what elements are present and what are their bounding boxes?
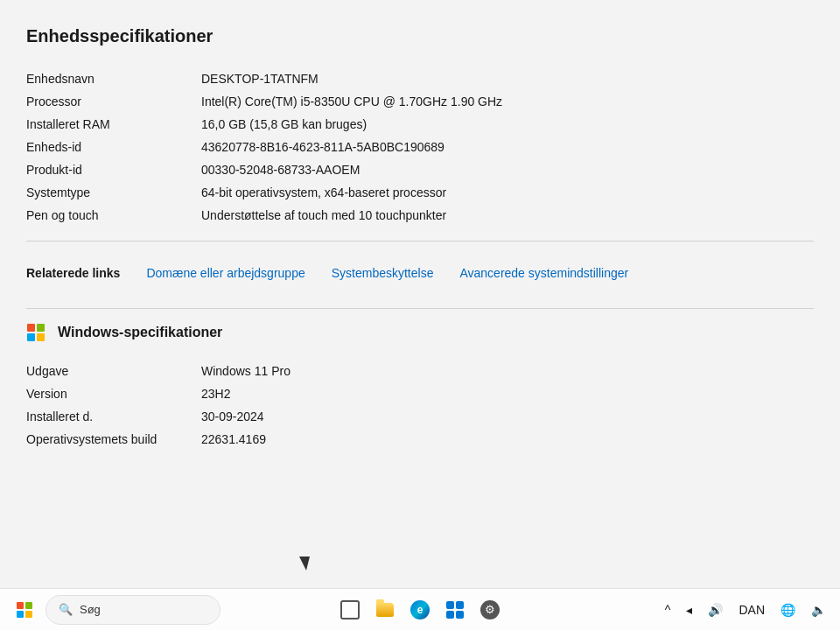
related-link-systembeskyttelse[interactable]: Systembeskyttelse (332, 266, 434, 280)
spec-label-installeret: Installeret d. (26, 410, 201, 424)
tray-globe[interactable]: 🌐 (775, 599, 801, 620)
volume-icon: 🔈 (811, 603, 826, 617)
spec-label-systemtype: Systemtype (26, 186, 201, 200)
spec-value-produkt-id: 00330-52048-68733-AAOEM (201, 163, 814, 177)
taskbar-left: 🔍 Søg (9, 594, 220, 626)
specs-table: Enhedsnavn DESKTOP-1TATNFM Processor Int… (26, 67, 814, 227)
settings-icon: ⚙ (480, 600, 500, 620)
sound-icon: 🔊 (708, 603, 723, 617)
spec-row-enheds-id: Enheds-id 43620778-8B16-4623-811A-5AB0BC… (26, 136, 814, 158)
spec-label-produkt-id: Produkt-id (26, 163, 201, 177)
settings-button[interactable]: ⚙ (474, 594, 506, 626)
spec-label-build: Operativsystemets build (26, 432, 201, 446)
spec-label-pen-og-touch: Pen og touch (26, 208, 201, 222)
spec-value-build: 22631.4169 (201, 432, 814, 446)
edge-icon: e (410, 600, 430, 620)
spec-value-udgave: Windows 11 Pro (201, 364, 814, 378)
main-content: Enhedsspecifikationer Enhedsnavn DESKTOP… (0, 0, 840, 595)
spec-row-version: Version 23H2 (26, 382, 814, 405)
spec-label-udgave: Udgave (26, 364, 201, 378)
spec-value-installeret: 30-09-2024 (201, 410, 814, 424)
spec-row-udgave: Udgave Windows 11 Pro (26, 360, 814, 382)
taskbar-center-icons: e ⚙ (334, 594, 506, 626)
tray-language[interactable]: DAN (733, 599, 770, 620)
file-explorer-button[interactable] (369, 594, 401, 626)
microsoft-store-button[interactable] (439, 594, 471, 626)
related-links-title: Relaterede links (26, 266, 120, 280)
spec-row-systemtype: Systemtype 64-bit operativsystem, x64-ba… (26, 181, 814, 204)
spec-value-processor: Intel(R) Core(TM) i5-8350U CPU @ 1.70GHz… (201, 94, 814, 108)
store-icon (446, 601, 464, 619)
section-divider-2 (26, 308, 814, 309)
spec-value-enheds-id: 43620778-8B16-4623-811A-5AB0BC190689 (201, 140, 814, 154)
windows-section: Windows-specifikationer Udgave Windows 1… (26, 323, 814, 451)
related-link-domain[interactable]: Domæne eller arbejdsgruppe (146, 266, 304, 280)
tray-sound-icon[interactable]: 🔊 (703, 599, 728, 620)
spec-row-installeret: Installeret d. 30-09-2024 (26, 405, 814, 428)
spec-label-ram: Installeret RAM (26, 117, 201, 131)
section-divider-1 (26, 241, 814, 242)
tray-network-icon[interactable]: ◂ (681, 599, 697, 620)
language-label: DAN (738, 603, 765, 617)
task-view-button[interactable] (334, 594, 366, 626)
spec-label-version: Version (26, 387, 201, 401)
spec-row-processor: Processor Intel(R) Core(TM) i5-8350U CPU… (26, 90, 814, 113)
spec-row-build: Operativsystemets build 22631.4169 (26, 428, 814, 451)
search-label: Søg (80, 603, 101, 616)
related-links-container: Relaterede links Domæne eller arbejdsgru… (26, 256, 814, 294)
tray-chevron[interactable]: ^ (660, 599, 676, 620)
system-tray: ^ ◂ 🔊 DAN 🌐 🔈 (660, 599, 831, 620)
spec-value-systemtype: 64-bit operativsystem, x64-baseret proce… (201, 186, 814, 200)
start-button[interactable] (9, 594, 40, 626)
edge-button[interactable]: e (404, 594, 436, 626)
spec-value-enhedsnavn: DESKTOP-1TATNFM (201, 72, 814, 86)
tray-volume[interactable]: 🔈 (806, 599, 831, 620)
spec-label-enheds-id: Enheds-id (26, 140, 201, 154)
search-bar[interactable]: 🔍 Søg (46, 595, 220, 625)
spec-label-processor: Processor (26, 94, 201, 108)
network-icon: ◂ (686, 603, 692, 617)
spec-label-enhedsnavn: Enhedsnavn (26, 72, 201, 86)
spec-row-pen-og-touch: Pen og touch Understøttelse af touch med… (26, 204, 814, 227)
related-link-avancerede[interactable]: Avancerede systemindstillinger (459, 266, 628, 280)
windows-specs-table: Udgave Windows 11 Pro Version 23H2 Insta… (26, 360, 814, 451)
windows-specs-heading: Windows-specifikationer (58, 325, 222, 340)
spec-row-ram: Installeret RAM 16,0 GB (15,8 GB kan bru… (26, 113, 814, 136)
chevron-up-icon: ^ (665, 603, 671, 617)
device-specs-heading: Enhedsspecifikationer (26, 26, 814, 46)
taskbar: 🔍 Søg e (0, 588, 840, 630)
spec-value-pen-og-touch: Understøttelse af touch med 10 touchpunk… (201, 208, 814, 222)
globe-icon: 🌐 (780, 603, 795, 617)
task-view-icon (340, 600, 360, 620)
search-icon: 🔍 (59, 603, 73, 616)
windows-header: Windows-specifikationer (26, 323, 814, 342)
spec-value-version: 23H2 (201, 387, 814, 401)
windows-logo-icon (26, 323, 46, 342)
spec-value-ram: 16,0 GB (15,8 GB kan bruges) (201, 117, 814, 131)
spec-row-enhedsnavn: Enhedsnavn DESKTOP-1TATNFM (26, 67, 814, 90)
spec-row-produkt-id: Produkt-id 00330-52048-68733-AAOEM (26, 158, 814, 181)
